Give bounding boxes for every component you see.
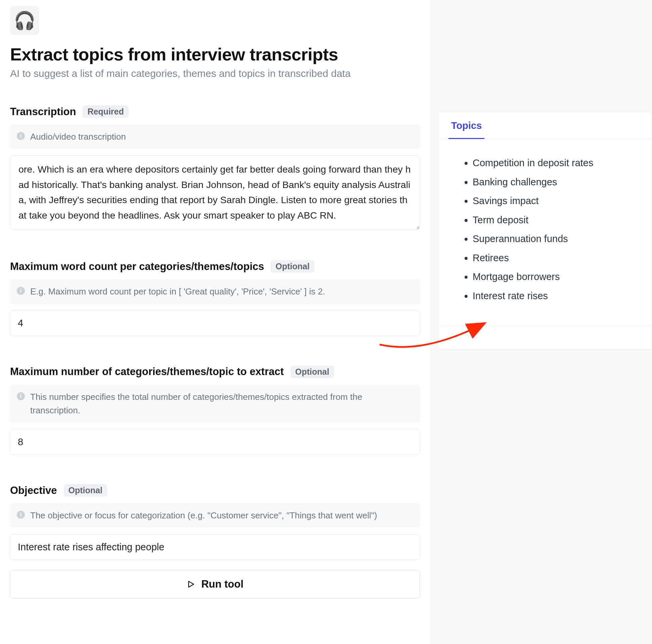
app-icon: 🎧: [10, 6, 39, 35]
page-title: Extract topics from interview transcript…: [10, 44, 420, 64]
list-item: Retirees: [472, 249, 635, 268]
info-icon: i: [17, 287, 25, 295]
max-topics-label: Maximum number of categories/themes/topi…: [10, 366, 284, 378]
max-word-count-hint-text: E.g. Maximum word count per topic in [ '…: [30, 285, 325, 298]
optional-badge: Optional: [271, 260, 314, 273]
list-item: Interest rate rises: [472, 286, 635, 306]
transcription-hint-text: Audio/video transcription: [30, 130, 126, 143]
tab-topics[interactable]: Topics: [449, 112, 484, 139]
max-word-count-label: Maximum word count per categories/themes…: [10, 260, 264, 273]
run-tool-label: Run tool: [201, 578, 244, 590]
headphones-icon: 🎧: [14, 10, 36, 31]
objective-hint: i The objective or focus for categorizat…: [10, 503, 420, 528]
result-panel: Topics Competition in deposit rates Bank…: [430, 0, 652, 644]
list-item: Competition in deposit rates: [472, 153, 635, 173]
field-max-word-count: Maximum word count per categories/themes…: [10, 260, 420, 336]
list-item: Term deposit: [472, 211, 635, 230]
field-transcription: Transcription Required i Audio/video tra…: [10, 106, 420, 231]
required-badge: Required: [83, 106, 128, 118]
objective-input[interactable]: [10, 534, 420, 560]
page-subtitle: AI to suggest a list of main categories,…: [10, 68, 420, 79]
list-item: Superannuation funds: [472, 229, 635, 249]
topics-list: Competition in deposit rates Banking cha…: [460, 153, 635, 305]
transcription-label: Transcription: [10, 106, 76, 118]
transcription-hint: i Audio/video transcription: [10, 124, 420, 149]
field-max-topics: Maximum number of categories/themes/topi…: [10, 366, 420, 455]
tab-bar: Topics: [438, 112, 652, 139]
max-topics-input[interactable]: [10, 429, 420, 455]
card-footer: [438, 326, 652, 349]
list-item: Banking challenges: [472, 173, 635, 192]
optional-badge: Optional: [291, 366, 334, 378]
list-item: Savings impact: [472, 191, 635, 211]
info-icon: i: [17, 132, 25, 140]
info-icon: i: [17, 392, 25, 400]
run-tool-button[interactable]: Run tool: [10, 570, 420, 599]
svg-marker-0: [189, 582, 194, 587]
form-panel: 🎧 Extract topics from interview transcri…: [0, 0, 430, 644]
topics-list-container: Competition in deposit rates Banking cha…: [438, 139, 652, 326]
max-topics-hint: i This number specifies the total number…: [10, 385, 420, 423]
objective-label: Objective: [10, 484, 57, 497]
max-word-count-input[interactable]: [10, 311, 420, 336]
transcription-input[interactable]: [10, 156, 420, 229]
result-card: Topics Competition in deposit rates Bank…: [438, 112, 652, 349]
objective-hint-text: The objective or focus for categorizatio…: [30, 509, 377, 522]
info-icon: i: [17, 511, 25, 519]
max-word-count-hint: i E.g. Maximum word count per topic in […: [10, 279, 420, 304]
max-topics-hint-text: This number specifies the total number o…: [30, 390, 413, 417]
play-icon: [186, 580, 195, 589]
list-item: Mortgage borrowers: [472, 267, 635, 286]
optional-badge: Optional: [64, 484, 107, 497]
field-objective: Objective Optional i The objective or fo…: [10, 484, 420, 560]
